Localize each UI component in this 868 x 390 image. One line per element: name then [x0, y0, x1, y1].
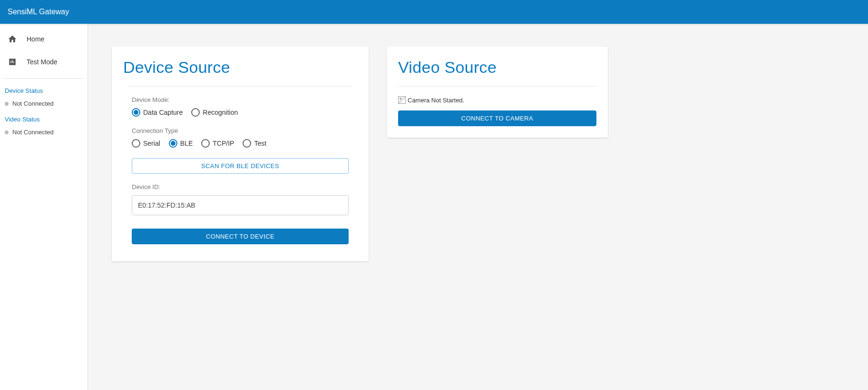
- connect-device-button[interactable]: CONNECT TO DEVICE: [132, 229, 349, 244]
- radio-icon: [191, 108, 200, 117]
- radio-label: Serial: [143, 140, 160, 147]
- connection-type-radio-group: Serial BLE TCP/IP Test: [132, 139, 349, 148]
- sidebar-item-home[interactable]: Home: [0, 28, 88, 50]
- app-header: SensiML Gateway: [0, 0, 868, 24]
- device-id-input[interactable]: [132, 195, 349, 215]
- radio-icon: [201, 139, 210, 148]
- scan-ble-button[interactable]: SCAN FOR BLE DEVICES: [132, 158, 349, 174]
- radio-data-capture[interactable]: Data Capture: [132, 108, 183, 117]
- connect-camera-button[interactable]: CONNECT TO CAMERA: [398, 110, 596, 126]
- video-source-card: Video Source Camera Not Started. CONNECT…: [387, 47, 608, 138]
- camera-status-row: Camera Not Started.: [398, 96, 596, 104]
- device-status-title: Device Status: [0, 85, 88, 98]
- app-title: SensiML Gateway: [8, 8, 69, 16]
- radio-recognition[interactable]: Recognition: [191, 108, 238, 117]
- radio-label: Recognition: [203, 109, 238, 116]
- home-icon: [7, 33, 18, 45]
- radio-ble[interactable]: BLE: [169, 139, 193, 148]
- device-id-label: Device ID:: [132, 183, 349, 190]
- video-status-title: Video Status: [0, 114, 88, 127]
- radio-icon: [132, 139, 140, 148]
- sidebar-item-label: Home: [27, 35, 44, 43]
- main-content: Device Source Device Mode: Data Capture …: [88, 24, 868, 390]
- radio-label: BLE: [180, 140, 193, 147]
- device-source-title: Device Source: [123, 58, 357, 77]
- device-form: Device Mode: Data Capture Recognition Co…: [123, 96, 357, 244]
- card-divider: [128, 86, 352, 87]
- sidebar: Home Test Mode Device Status Not Connect…: [0, 24, 88, 390]
- sidebar-item-label: Test Mode: [27, 58, 58, 66]
- video-status-value: Not Connected: [12, 129, 54, 136]
- radio-label: TCP/IP: [213, 140, 234, 147]
- sidebar-item-test-mode[interactable]: Test Mode: [0, 50, 88, 73]
- device-mode-radio-group: Data Capture Recognition: [132, 108, 349, 117]
- device-status-value: Not Connected: [12, 100, 54, 107]
- radio-label: Test: [254, 140, 266, 147]
- radio-icon: [132, 108, 140, 117]
- status-dot-icon: [5, 130, 9, 134]
- sidebar-divider: [4, 78, 84, 79]
- device-status-row: Not Connected: [0, 98, 88, 114]
- card-divider: [398, 86, 596, 87]
- video-source-title: Video Source: [398, 58, 596, 77]
- connection-type-label: Connection Type: [132, 127, 349, 134]
- device-mode-label: Device Mode:: [132, 96, 349, 103]
- radio-icon: [169, 139, 177, 148]
- broken-image-icon: [398, 96, 406, 104]
- radio-label: Data Capture: [143, 109, 183, 116]
- radio-icon: [243, 139, 251, 148]
- radio-test[interactable]: Test: [243, 139, 266, 148]
- camera-status-text: Camera Not Started.: [408, 97, 464, 104]
- device-source-card: Device Source Device Mode: Data Capture …: [112, 47, 369, 261]
- status-dot-icon: [5, 102, 9, 106]
- radio-serial[interactable]: Serial: [132, 139, 160, 148]
- bar-chart-icon: [7, 56, 18, 68]
- video-status-row: Not Connected: [0, 127, 88, 142]
- radio-tcpip[interactable]: TCP/IP: [201, 139, 234, 148]
- layout: Home Test Mode Device Status Not Connect…: [0, 24, 868, 390]
